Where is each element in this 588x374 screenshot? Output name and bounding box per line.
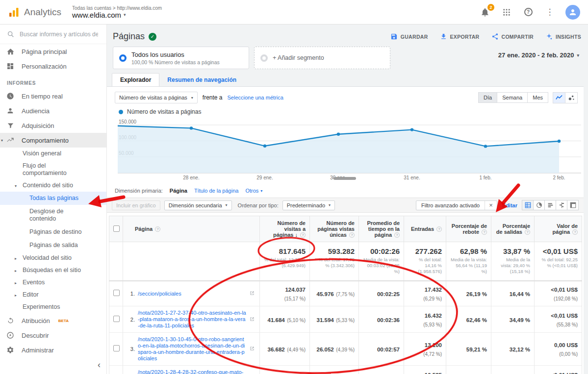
sort-type-button[interactable]: Predeterminado ▾ xyxy=(282,200,335,210)
share-button[interactable]: COMPARTIR xyxy=(491,33,534,40)
col-header-salidas[interactable]: Porcentaje de salidas? xyxy=(491,216,535,242)
account-switcher[interactable]: www.eldia.com ▾ xyxy=(72,11,162,19)
sidebar-item-attribution[interactable]: Atribución BETA xyxy=(0,313,106,328)
date-range-picker[interactable]: 27 ene. 2020 - 2 feb. 2020 ▾ xyxy=(498,47,582,59)
sidebar-item-experiments[interactable]: Experimentos xyxy=(0,301,106,313)
sidebar-item-overview[interactable]: Visión general xyxy=(0,148,106,160)
granularity-month-button[interactable]: Mes xyxy=(527,92,548,103)
metric-selector[interactable]: Número de visitas a páginas ▾ xyxy=(115,92,198,103)
sidebar-item-landing-pages[interactable]: Páginas de destino xyxy=(0,225,106,239)
dimension-page-title[interactable]: Título de la página xyxy=(194,188,239,194)
select-metric-link[interactable]: Seleccione una métrica xyxy=(228,95,283,100)
download-icon xyxy=(440,33,447,40)
help-icon[interactable]: ? xyxy=(349,232,355,238)
save-button[interactable]: GUARDAR xyxy=(390,33,428,40)
help-icon[interactable]: ? xyxy=(300,232,306,238)
segment-row: Todos los usuarios 100,00 % Número de vi… xyxy=(107,46,588,73)
sidebar-item-exit-pages[interactable]: Páginas de salida xyxy=(0,239,106,252)
edit-filter-link[interactable]: Editar xyxy=(502,202,517,208)
external-link-icon[interactable] xyxy=(249,345,256,353)
secondary-dimension-button[interactable]: Dimensión secundaria ▾ xyxy=(164,200,232,210)
granularity-day-button[interactable]: Día xyxy=(478,92,497,103)
sidebar-item-site-content[interactable]: ▾ Contenido del sitio xyxy=(0,179,106,192)
comparison-icon xyxy=(559,202,565,208)
sidebar-item-behavior[interactable]: ▾ Comportamiento xyxy=(0,133,106,148)
col-header-tiempo[interactable]: Promedio de tiempo en la página? xyxy=(359,216,404,242)
view-percentage-button[interactable] xyxy=(533,200,545,210)
sidebar-item-personalization[interactable]: Personalización xyxy=(0,59,106,74)
line-chart: 150.000 100.000 50.000 28 ene. 29 ene. 3… xyxy=(118,116,584,183)
sidebar-collapse-button[interactable]: ‹ xyxy=(98,360,101,370)
dimension-page[interactable]: Página xyxy=(170,188,187,194)
help-button[interactable]: ? xyxy=(522,6,534,18)
sidebar-item-home[interactable]: Página principal xyxy=(0,44,106,59)
insights-button[interactable]: INSIGHTS xyxy=(545,33,581,40)
sidebar-item-site-speed[interactable]: ▸ Velocidad del sitio xyxy=(0,252,106,264)
sidebar-item-realtime[interactable]: En tiempo real xyxy=(0,89,106,103)
page-title: Páginas ✓ xyxy=(113,31,156,42)
help-icon[interactable]: ? xyxy=(482,229,487,235)
add-segment-button[interactable]: + Añadir segmento xyxy=(254,47,390,69)
sidebar-item-site-search[interactable]: ▸ Búsquedas en el sitio xyxy=(0,264,106,276)
dashboard-icon xyxy=(6,62,15,71)
tab-navigation-summary[interactable]: Resumen de navegación xyxy=(159,74,244,86)
line-chart-type-button[interactable] xyxy=(553,92,565,103)
help-icon[interactable]: ? xyxy=(525,229,530,235)
sidebar-item-all-pages[interactable]: Todas las páginas xyxy=(0,192,106,205)
advanced-filter-chip[interactable]: Filtro avanzado activado × xyxy=(416,200,497,210)
view-pivot-button[interactable] xyxy=(567,200,579,210)
page-link[interactable]: /nota/2020-1-27-2-37-40-otro-asesinato-e… xyxy=(138,310,246,329)
breadcrumb[interactable]: Todas las cuentas > http://www.eldia.com xyxy=(72,5,162,11)
col-header-rebote[interactable]: Porcentaje de rebote? xyxy=(446,216,491,242)
help-icon[interactable]: ? xyxy=(155,226,160,232)
sidebar-item-events[interactable]: ▸ Eventos xyxy=(0,276,106,289)
segment-all-users[interactable]: Todos los usuarios 100,00 % Número de vi… xyxy=(113,47,249,69)
avatar[interactable] xyxy=(565,5,580,20)
pages-table-wrap: Página? Número de visitas a páginas↓? Nú… xyxy=(109,216,577,374)
plot-rows-button[interactable]: Incluir en gráfico xyxy=(112,200,160,210)
sidebar-item-content-drilldown[interactable]: Desglose de contenido xyxy=(0,205,106,225)
sidebar-item-acquisition[interactable]: Adquisición xyxy=(0,118,106,133)
summary-exit: 33,87 % xyxy=(495,247,530,255)
tab-explorer[interactable]: Explorador xyxy=(112,73,159,86)
close-icon[interactable]: × xyxy=(485,201,497,209)
sidebar-item-editor[interactable]: ▸ Editor xyxy=(0,289,106,301)
row-checkbox[interactable] xyxy=(113,316,120,322)
row-checkbox[interactable] xyxy=(113,290,120,296)
sidebar-item-behavior-flow[interactable]: Flujo del comportamiento xyxy=(0,160,106,179)
apps-grid-button[interactable] xyxy=(501,6,512,18)
select-all-checkbox[interactable] xyxy=(113,225,120,232)
page-link[interactable]: /nota/2020-1-30-10-45-0-otro-robo-sangri… xyxy=(138,336,246,362)
help-icon[interactable]: ? xyxy=(436,226,442,232)
sidebar-item-audience[interactable]: Audiencia xyxy=(0,103,106,118)
col-header-pagina[interactable]: Página? xyxy=(123,216,260,242)
analytics-logo[interactable]: Analytics xyxy=(0,6,61,18)
overflow-menu-button[interactable]: ⋮ xyxy=(544,6,556,18)
help-icon[interactable]: ? xyxy=(394,232,400,238)
row-index: 2. xyxy=(127,317,135,323)
col-header-vistas-unicas[interactable]: Número de páginas vistas únicas? xyxy=(310,216,359,242)
view-performance-button[interactable] xyxy=(544,200,556,210)
search-input[interactable] xyxy=(20,31,98,38)
chart-scroll-handle[interactable] xyxy=(333,177,356,180)
view-comparison-button[interactable] xyxy=(556,200,567,210)
help-icon[interactable]: ? xyxy=(572,229,578,235)
dimension-other[interactable]: Otros ▾ xyxy=(245,188,262,194)
col-header-valor[interactable]: Valor de página? xyxy=(535,216,582,242)
export-button[interactable]: EXPORTAR xyxy=(440,33,480,40)
notifications-button[interactable]: 2 xyxy=(479,6,491,18)
search-icon xyxy=(7,30,15,38)
col-header-entradas[interactable]: Entradas? xyxy=(404,216,446,242)
external-link-icon[interactable] xyxy=(249,315,256,324)
granularity-week-button[interactable]: Semana xyxy=(497,92,528,103)
motion-chart-type-button[interactable] xyxy=(565,92,578,103)
row-checkbox[interactable] xyxy=(113,345,120,351)
page-link[interactable]: /seccion/policiales xyxy=(138,291,246,297)
col-header-visitas[interactable]: Número de visitas a páginas↓? xyxy=(260,216,310,242)
external-link-icon[interactable] xyxy=(249,289,256,298)
sidebar-item-admin[interactable]: Administrar xyxy=(0,343,106,357)
sidebar-section-reports: INFORMES xyxy=(0,74,106,89)
view-table-button[interactable] xyxy=(522,200,534,210)
sidebar-item-discover[interactable]: Descubrir xyxy=(0,328,106,343)
page-link[interactable]: /nota/2020-1-28-4-28-32-confeso-que-mato… xyxy=(138,369,246,374)
